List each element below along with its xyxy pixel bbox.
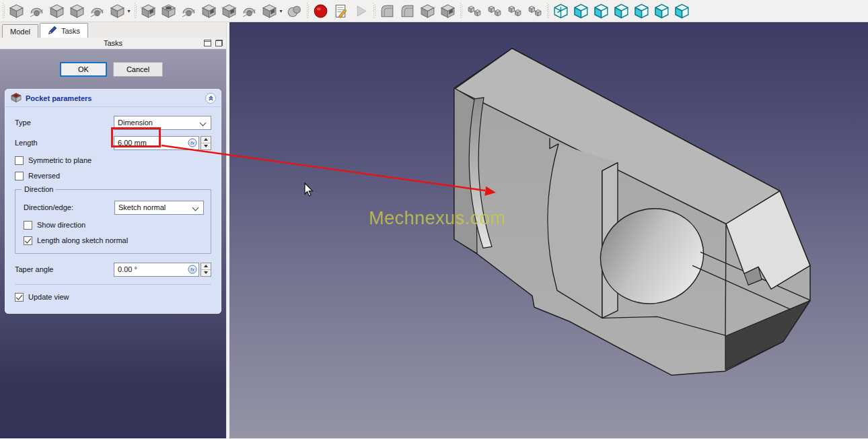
mouse-cursor-icon	[304, 182, 314, 197]
toolbar-group	[305, 0, 372, 22]
length-along-checkbox[interactable]	[24, 236, 32, 245]
multitransform-icon[interactable]	[524, 1, 544, 20]
front-view-icon[interactable]	[571, 1, 591, 20]
task-panel-area: OK Cancel Pocket parameters Type Dimensi…	[0, 49, 226, 438]
length-spinner	[201, 136, 211, 150]
svg-text:fx: fx	[190, 267, 194, 273]
additive-loft-icon[interactable]	[46, 1, 67, 20]
chamfer-icon[interactable]	[397, 1, 417, 20]
float-button-icon[interactable]	[215, 40, 223, 46]
reversed-label: Reversed	[28, 172, 60, 180]
subtractive-primitive-icon[interactable]	[259, 1, 279, 20]
linear-pattern-icon[interactable]	[484, 1, 504, 20]
toolbar-group	[372, 0, 459, 22]
tab-tasks[interactable]: Tasks	[40, 23, 88, 38]
execute-macro-icon[interactable]	[351, 1, 371, 20]
type-label: Type	[15, 119, 114, 127]
update-view-checkbox[interactable]	[15, 293, 24, 302]
additive-pipe-icon[interactable]	[67, 1, 87, 20]
taper-spin-up[interactable]	[201, 263, 211, 269]
pocket-parameters-panel: Pocket parameters Type Dimension Length …	[5, 89, 221, 314]
tab-tasks-label: Tasks	[61, 27, 80, 35]
draft-icon[interactable]	[417, 1, 437, 20]
taper-angle-input[interactable]: 0.00 ° fx	[114, 263, 199, 277]
symmetric-checkbox[interactable]	[15, 156, 24, 165]
left-view-icon[interactable]	[672, 1, 692, 20]
type-value: Dimension	[118, 119, 153, 127]
length-highlight-box	[111, 127, 161, 147]
combo-view-tabs: Model Tasks	[0, 22, 226, 38]
boolean-operation-icon[interactable]	[284, 1, 304, 20]
toolbar-group	[459, 0, 546, 22]
tab-model-label: Model	[10, 28, 30, 36]
direction-edge-dropdown[interactable]: Sketch normal	[114, 201, 204, 215]
toolbar-group: ▾	[133, 0, 305, 22]
tasks-dock-titlebar: Tasks	[0, 38, 226, 49]
dock-button-icon[interactable]	[204, 40, 211, 46]
taper-angle-value: 0.00 °	[118, 265, 137, 273]
subtractive-pipe-icon[interactable]	[219, 1, 239, 20]
pocket-parameters-header[interactable]: Pocket parameters	[5, 90, 221, 107]
direction-groupbox: Direction Direction/edge: Sketch normal …	[15, 189, 211, 254]
mirrored-icon[interactable]	[464, 1, 484, 20]
cancel-button[interactable]: Cancel	[113, 62, 163, 77]
right-view-icon[interactable]	[611, 1, 631, 20]
toolbar-group: ▾	[1, 0, 133, 22]
tab-model[interactable]: Model	[2, 24, 38, 38]
fillet-icon[interactable]	[377, 1, 397, 20]
dropdown-arrow-icon[interactable]: ▾	[126, 8, 132, 14]
length-along-label: Length along sketch normal	[37, 236, 128, 244]
show-direction-label: Show direction	[37, 221, 85, 229]
revolution-icon[interactable]	[26, 1, 46, 20]
taper-angle-label: Taper angle	[15, 265, 114, 273]
watermark: Mechnexus.com	[369, 208, 505, 229]
pencil-icon	[48, 25, 58, 36]
record-macro-icon[interactable]	[310, 1, 330, 20]
pocket-icon[interactable]	[138, 1, 158, 20]
3d-viewport[interactable]: Mechnexus.com	[229, 22, 868, 438]
direction-edge-value: Sketch normal	[118, 203, 166, 211]
rear-view-icon[interactable]	[631, 1, 651, 20]
pocket-icon	[11, 92, 22, 104]
pad-icon[interactable]	[6, 1, 26, 20]
combo-view-pane: Model Tasks Tasks OK Cancel Pocket	[0, 22, 226, 438]
hole-icon[interactable]	[158, 1, 178, 20]
panel-divider	[15, 284, 211, 285]
polar-pattern-icon[interactable]	[504, 1, 524, 20]
bottom-view-icon[interactable]	[651, 1, 672, 20]
additive-primitive-icon[interactable]	[107, 1, 127, 20]
thickness-icon[interactable]	[437, 1, 458, 20]
dock-title-text: Tasks	[104, 39, 122, 47]
subtractive-helix-icon[interactable]	[239, 1, 259, 20]
length-spin-up[interactable]	[201, 137, 211, 143]
collapse-panel-button[interactable]	[205, 93, 216, 104]
expression-icon[interactable]: fx	[188, 265, 197, 274]
direction-group-label: Direction	[22, 185, 56, 193]
reversed-checkbox[interactable]	[15, 172, 24, 180]
freecad-window: { "toolbar": { "groups": [ { "icons": [ …	[0, 0, 868, 439]
additive-helix-icon[interactable]	[87, 1, 107, 20]
axonometric-view-icon[interactable]	[550, 1, 571, 20]
direction-edge-label: Direction/edge:	[24, 203, 114, 211]
expression-icon[interactable]: fx	[188, 138, 197, 147]
length-spin-down[interactable]	[201, 143, 211, 149]
top-view-icon[interactable]	[591, 1, 611, 20]
subtractive-loft-icon[interactable]	[198, 1, 219, 20]
show-direction-checkbox[interactable]	[24, 221, 32, 230]
dropdown-arrow-icon[interactable]: ▾	[278, 8, 284, 14]
cad-model[interactable]	[229, 22, 868, 438]
macros-dialog-icon[interactable]	[330, 1, 351, 20]
symmetric-label: Symmetric to plane	[28, 156, 92, 164]
panel-title: Pocket parameters	[26, 94, 92, 102]
taper-spin-down[interactable]	[201, 269, 211, 276]
ok-button[interactable]: OK	[60, 62, 107, 77]
taper-spinner	[201, 263, 211, 277]
length-label: Length	[15, 139, 114, 147]
toolbar-group	[546, 0, 693, 22]
main-toolbar: ▾▾	[0, 0, 868, 22]
svg-text:fx: fx	[190, 140, 194, 146]
groove-icon[interactable]	[178, 1, 198, 20]
update-view-label: Update view	[28, 293, 69, 301]
